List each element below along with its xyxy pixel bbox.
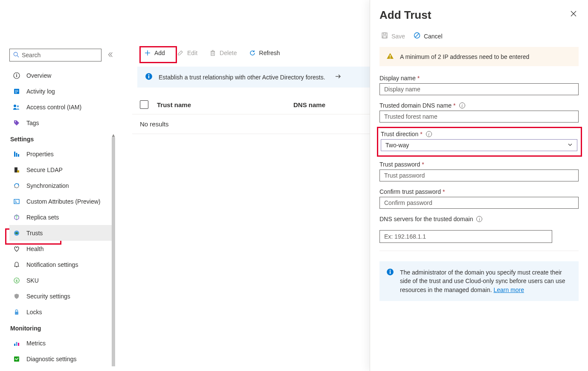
info-icon bbox=[13, 72, 20, 79]
properties-icon bbox=[13, 151, 20, 158]
panel-title: Add Trust bbox=[379, 9, 431, 22]
nav-security[interactable]: Security settings bbox=[9, 288, 115, 304]
nav-label: Properties bbox=[26, 151, 54, 158]
svg-rect-4 bbox=[16, 75, 17, 77]
info-icon bbox=[386, 268, 394, 294]
password-input[interactable] bbox=[379, 169, 579, 181]
search-input[interactable] bbox=[19, 52, 98, 58]
nav-diagnostic[interactable]: Diagnostic settings bbox=[9, 351, 115, 366]
info-text: The administrator of the domain you spec… bbox=[400, 269, 565, 293]
cancel-icon bbox=[414, 32, 420, 40]
svg-rect-15 bbox=[14, 167, 17, 172]
nav-notification[interactable]: Notification settings bbox=[9, 257, 115, 272]
sidebar: Overview Activity log Access control (IA… bbox=[0, 0, 124, 371]
svg-rect-50 bbox=[390, 271, 391, 274]
nav-label: Secure LDAP bbox=[26, 167, 63, 173]
svg-point-10 bbox=[17, 105, 19, 107]
scrollbar-thumb[interactable] bbox=[112, 137, 115, 366]
info-icon[interactable]: i bbox=[459, 102, 465, 108]
svg-rect-8 bbox=[15, 93, 17, 93]
dns-name-input[interactable] bbox=[379, 111, 579, 123]
metrics-icon bbox=[13, 340, 20, 347]
display-name-label: Display name bbox=[379, 75, 416, 82]
svg-line-45 bbox=[415, 34, 419, 37]
nav-health[interactable]: Health bbox=[9, 241, 115, 257]
required-mark: * bbox=[422, 161, 424, 168]
select-all-checkbox[interactable] bbox=[140, 100, 148, 109]
sync-icon bbox=[13, 182, 20, 189]
search-input-wrap[interactable] bbox=[9, 49, 101, 61]
nav-sku[interactable]: $ SKU bbox=[9, 272, 115, 288]
nav-tags[interactable]: Tags bbox=[9, 115, 115, 131]
cancel-button[interactable]: Cancel bbox=[414, 32, 443, 40]
svg-rect-26 bbox=[18, 343, 19, 346]
svg-rect-37 bbox=[148, 76, 149, 78]
svg-rect-19 bbox=[15, 202, 17, 202]
svg-rect-6 bbox=[15, 90, 18, 91]
required-mark: * bbox=[417, 75, 420, 82]
delete-button: Delete bbox=[205, 47, 241, 59]
nav-label: Diagnostic settings bbox=[26, 356, 77, 362]
warning-banner: A minimum of 2 IP addresses need to be e… bbox=[379, 47, 579, 66]
server-lock-icon bbox=[13, 167, 20, 173]
direction-value: Two-way bbox=[385, 142, 409, 149]
bell-icon bbox=[13, 261, 20, 268]
nav-activity-log[interactable]: Activity log bbox=[9, 83, 115, 99]
direction-select[interactable]: Two-way bbox=[381, 139, 577, 151]
nav-iam[interactable]: Access control (IAM) bbox=[9, 99, 115, 115]
learn-more-link[interactable]: Learn more bbox=[493, 286, 524, 293]
dns-servers-input[interactable] bbox=[379, 230, 552, 243]
dns-servers-label: DNS servers for the trusted domain bbox=[379, 216, 473, 222]
svg-point-49 bbox=[390, 270, 391, 271]
chevron-down-icon bbox=[568, 142, 573, 149]
section-settings: Settings bbox=[9, 131, 115, 146]
svg-rect-23 bbox=[15, 312, 18, 315]
svg-rect-14 bbox=[18, 154, 19, 157]
nav-properties[interactable]: Properties bbox=[9, 146, 115, 162]
close-button[interactable] bbox=[568, 9, 579, 20]
nav-locks[interactable]: Locks bbox=[9, 304, 115, 320]
nav-replica-sets[interactable]: Replica sets bbox=[9, 209, 115, 225]
svg-rect-43 bbox=[383, 36, 386, 38]
diagnostic-icon bbox=[13, 356, 20, 362]
replica-icon bbox=[13, 214, 20, 221]
svg-rect-17 bbox=[14, 199, 19, 204]
pencil-icon bbox=[177, 50, 184, 56]
col-trust-name[interactable]: Trust name bbox=[157, 101, 293, 108]
nav-secure-ldap[interactable]: Secure LDAP bbox=[9, 162, 115, 178]
nav-label: Custom Attributes (Preview) bbox=[26, 198, 101, 205]
confirm-input[interactable] bbox=[379, 197, 579, 209]
col-dns-name[interactable]: DNS name bbox=[293, 101, 325, 108]
nav-label: SKU bbox=[26, 277, 39, 284]
info-icon[interactable]: i bbox=[476, 216, 482, 222]
section-monitoring: Monitoring bbox=[9, 320, 115, 335]
nav-metrics[interactable]: Metrics bbox=[9, 335, 115, 351]
required-mark: * bbox=[453, 102, 455, 109]
btn-label: Delete bbox=[220, 50, 237, 56]
svg-text:$: $ bbox=[16, 279, 18, 283]
nav-custom-attributes[interactable]: Custom Attributes (Preview) bbox=[9, 193, 115, 209]
nav-label: Overview bbox=[26, 72, 51, 79]
svg-rect-46 bbox=[390, 55, 391, 57]
arrow-right-icon[interactable] bbox=[335, 73, 342, 81]
add-trust-panel: Add Trust Save Cancel A minimum of 2 IP … bbox=[370, 0, 588, 371]
btn-label: Add bbox=[154, 50, 165, 56]
highlight-trust-direction: Trust direction * i Two-way bbox=[377, 127, 582, 157]
refresh-icon bbox=[249, 50, 256, 56]
nav-synchronization[interactable]: Synchronization bbox=[9, 178, 115, 193]
info-icon[interactable]: i bbox=[426, 131, 432, 137]
nav-overview[interactable]: Overview bbox=[9, 67, 115, 83]
required-mark: * bbox=[443, 188, 445, 195]
nav-label: Metrics bbox=[26, 340, 46, 347]
svg-point-3 bbox=[16, 73, 17, 74]
display-name-input[interactable] bbox=[379, 83, 579, 95]
trusts-icon bbox=[13, 230, 20, 237]
refresh-button[interactable]: Refresh bbox=[245, 47, 284, 59]
info-icon bbox=[145, 73, 153, 82]
add-button[interactable]: Add bbox=[140, 47, 169, 59]
btn-label: Cancel bbox=[424, 33, 443, 40]
confirm-label: Confirm trust password bbox=[379, 188, 441, 195]
collapse-sidebar-icon[interactable] bbox=[106, 50, 115, 61]
sku-icon: $ bbox=[13, 277, 20, 284]
nav-trusts[interactable]: Trusts bbox=[9, 225, 115, 241]
